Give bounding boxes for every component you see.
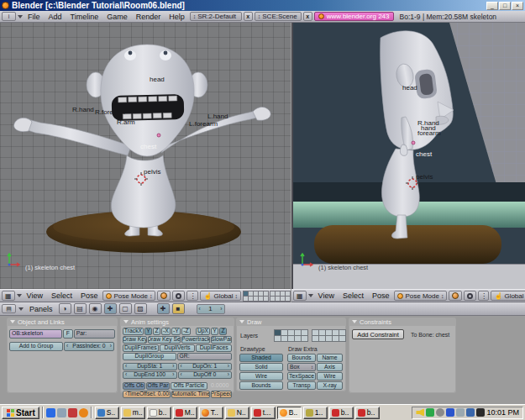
add-to-group-button[interactable]: Add to Group (9, 342, 63, 351)
slowpar-toggle[interactable]: SlowPar (211, 336, 232, 344)
scene-browse-icon[interactable]: ↕ (258, 13, 261, 19)
tray-app-icon[interactable] (436, 408, 444, 417)
decrement-icon[interactable]: ‹ (199, 306, 201, 312)
panel-header[interactable]: Constraints (349, 318, 456, 326)
wire-toggle[interactable]: Wire (317, 372, 343, 381)
dupsta-field[interactable]: ‹DupSta: 1› (123, 363, 177, 370)
upy-toggle[interactable]: Y (211, 328, 218, 335)
bone-label-selected[interactable]: chest (140, 144, 156, 150)
parent-field[interactable]: Par: (74, 329, 115, 339)
bone-label[interactable]: head (150, 76, 165, 83)
screen-selector[interactable]: ↕ SR:2-Default (190, 12, 242, 21)
collapse-triangle-icon[interactable] (10, 320, 15, 323)
titlebar[interactable]: Blender [c:\Blender Tutorial\Room06.blen… (0, 0, 525, 11)
draw-mode-dropdown[interactable] (157, 291, 171, 301)
offs-particle-toggle[interactable]: Offs Particle (171, 382, 207, 390)
viewport-type-icon[interactable]: ▦ (2, 291, 15, 301)
taskbar-task[interactable]: T.. (199, 407, 223, 419)
menu-game[interactable]: Game (103, 13, 131, 21)
name-toggle[interactable]: Name (317, 354, 343, 362)
taskbar-task[interactable]: t... (251, 407, 276, 419)
trackz-toggle[interactable]: Z (153, 328, 160, 335)
draw-key-toggle[interactable]: Draw Key (123, 336, 147, 344)
script-context-icon[interactable]: ▤ (74, 303, 87, 314)
track-negx-toggle[interactable]: -X (161, 328, 171, 335)
viewport-front[interactable]: head R.hand R.forearm R.arm L.forearm L.… (0, 23, 291, 289)
menu-file[interactable]: File (24, 13, 44, 21)
xray-toggle[interactable]: X-ray (317, 381, 343, 390)
taskbar-task[interactable]: b.. (147, 407, 171, 419)
manipulator-toggle[interactable]: ⋮ (186, 291, 198, 301)
taskbar-task[interactable]: N.. (225, 407, 249, 419)
tracky-toggle[interactable]: Y (144, 328, 152, 335)
layer-buttons-group-1[interactable] (274, 329, 307, 341)
taskbar-task[interactable]: 1.. (303, 407, 328, 419)
shading-context-icon[interactable]: ◉ (89, 303, 102, 314)
draw-key-sel-toggle[interactable]: Draw Key Sel (148, 336, 181, 344)
offs-par-toggle[interactable]: Offs Par (146, 382, 170, 390)
drawtype-solid-button[interactable]: Solid (239, 363, 283, 371)
bone-label[interactable]: head (402, 85, 417, 92)
show-desktop-icon[interactable] (57, 408, 66, 417)
pass-index-field[interactable]: ‹ PassIndex: 0 › (64, 342, 114, 351)
collapse-triangle-icon[interactable] (123, 320, 129, 323)
dupend-field[interactable]: ‹DupEnd 100› (123, 371, 177, 379)
track-negz-toggle[interactable]: -Z (181, 328, 191, 335)
version-banner[interactable]: www.blender.org 243 (314, 12, 394, 21)
drawtype-wire-button[interactable]: Wire (239, 372, 283, 381)
close-button[interactable]: × (512, 2, 523, 10)
panel-header[interactable]: Anim settings (120, 318, 234, 326)
draw-mode-dropdown[interactable] (449, 291, 462, 301)
menu-add[interactable]: Add (45, 13, 66, 21)
fake-user-button[interactable]: F (63, 329, 73, 339)
dupliframes-toggle[interactable]: DupliFrames (123, 344, 159, 352)
menu-pose[interactable]: Pose (369, 291, 393, 300)
tray-app-icon[interactable] (426, 408, 434, 417)
orientation-dropdown[interactable]: ☝ Global ↕ (200, 291, 241, 301)
dupoff-field[interactable]: ‹DupOff 0› (178, 371, 233, 379)
layer-buttons-group-1[interactable] (243, 291, 268, 301)
header-collapse-icon[interactable] (18, 15, 23, 18)
header-collapse-icon[interactable] (18, 307, 24, 311)
object-name-field[interactable]: OB:skeleton (9, 329, 62, 339)
physics-subcontext-icon[interactable]: ■ (172, 303, 185, 314)
pivot-dropdown[interactable] (464, 291, 476, 301)
header-collapse-icon[interactable] (17, 294, 22, 297)
object-context-icon[interactable]: ✚ (104, 303, 117, 314)
panels-menu[interactable]: Panels (26, 305, 56, 313)
taskbar-task-active[interactable]: B.. (277, 407, 302, 419)
collapse-triangle-icon[interactable] (352, 320, 357, 323)
trackx-toggle[interactable]: TrackX (123, 328, 144, 335)
bone-label[interactable]: forearm (417, 130, 441, 137)
menu-select[interactable]: Select (48, 291, 76, 300)
taskbar-task[interactable]: m.. (121, 407, 145, 419)
editing-context-icon[interactable]: ▢ (119, 303, 132, 314)
scene-context-icon[interactable]: ▨ (134, 303, 147, 314)
start-button[interactable]: Start (2, 407, 39, 419)
upz-toggle[interactable]: Z (219, 328, 227, 335)
bone-label[interactable]: R.hand (72, 107, 94, 113)
menu-view[interactable]: View (315, 291, 338, 300)
screen-delete-button[interactable]: x (244, 12, 253, 21)
tray-app-icon[interactable] (446, 408, 454, 417)
dupon-field[interactable]: ‹DupOn: 1› (178, 363, 233, 370)
menu-pose[interactable]: Pose (77, 291, 102, 300)
timeoffset-field[interactable]: ‹TimeOffset: 0.00› (123, 391, 171, 398)
dupligroup-toggle[interactable]: DupliGroup (123, 353, 176, 360)
object-subcontext-icon[interactable]: ✚ (157, 303, 170, 314)
drawtype-shaded-button[interactable]: Shaded (239, 354, 283, 362)
group-field[interactable]: GR: (177, 353, 233, 360)
add-constraint-button[interactable]: Add Constraint (352, 329, 404, 339)
prspeed-button[interactable]: PrSpeed (211, 391, 232, 398)
automatic-time-button[interactable]: Automatic Time (171, 391, 211, 398)
upx-toggle[interactable]: UpX (196, 328, 210, 335)
bone-label[interactable]: L.forearm (189, 121, 218, 128)
taskbar-task[interactable]: M.. (173, 407, 197, 419)
manipulator-toggle[interactable]: ⋮ (478, 291, 489, 301)
menu-help[interactable]: Help (165, 13, 188, 21)
taskbar-task[interactable]: b.. (355, 407, 380, 419)
screen-browse-icon[interactable]: ↕ (193, 13, 197, 19)
header-collapse-icon[interactable] (308, 294, 313, 297)
transp-toggle[interactable]: Transp (287, 381, 316, 390)
scene-delete-button[interactable]: x (303, 12, 312, 21)
